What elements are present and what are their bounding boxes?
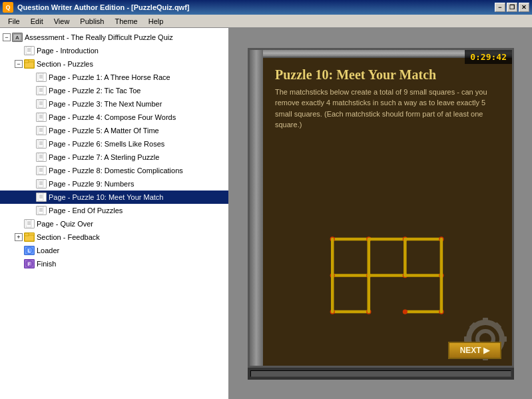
node-icon-page-p2 [36,86,47,95]
node-label-page-intro: Page - Introduction [37,47,99,55]
node-label-page-end: Page - End Of Puzzles [49,206,123,214]
node-icon-section-puzzles [24,59,35,69]
node-label-page-p3: Page - Puzzle 3: The Next Number [49,100,162,108]
svg-rect-57 [25,233,29,236]
node-label-finish: Finish [37,260,56,268]
close-button[interactable]: ✕ [519,3,529,12]
preview-panel: 0:29:42 Puzzle 10: Meet Your Match The m… [230,28,532,399]
node-label-loader: Loader [37,246,59,254]
menu-theme[interactable]: Theme [109,16,142,27]
scrollbar-track[interactable] [250,370,511,377]
node-icon-page-p1 [36,73,47,82]
svg-rect-24 [38,127,43,134]
svg-rect-32 [38,153,43,161]
title-text: Question Writer Author Edition - [Puzzle… [17,3,495,11]
expand-button-assessment[interactable]: − [3,33,11,41]
tree-node-page-end[interactable]: Page - End Of Puzzles [0,204,228,217]
node-icon-loader: L [24,246,35,255]
svg-rect-48 [38,206,43,214]
matchstick-diagram [250,219,512,326]
tree-node-loader[interactable]: LLoader [0,244,228,257]
svg-rect-7 [25,60,29,63]
svg-rect-20 [38,113,43,121]
svg-rect-91 [483,318,488,324]
node-icon-finish: F [24,259,35,268]
tree-node-page-p8[interactable]: Page - Puzzle 8: Domestic Complications [0,164,228,177]
minimize-button[interactable]: − [495,3,505,12]
node-label-page-p8: Page - Puzzle 8: Domestic Complications [49,167,183,175]
svg-rect-44 [38,193,43,200]
node-label-assessment: Assessment - The Really Difficult Puzzle… [25,33,173,41]
node-label-page-p9: Page - Puzzle 9: Numbers [49,180,134,188]
svg-point-80 [403,309,407,314]
tree-node-page-p10[interactable]: Page - Puzzle 10: Meet Your Match [0,191,228,204]
node-icon-page-end [36,206,47,215]
svg-rect-94 [500,336,507,342]
node-label-page-p10: Page - Puzzle 10: Meet Your Match [49,193,163,201]
menu-file[interactable]: File [3,16,25,27]
node-label-page-p5: Page - Puzzle 5: A Matter Of Time [49,127,159,135]
node-label-page-p4: Page - Puzzle 4: Compose Four Words [49,113,176,121]
node-icon-section-feedback [24,232,35,242]
node-icon-page-p10 [36,193,47,202]
main-area: −AAssessment - The Really Difficult Puzz… [0,28,532,399]
tree-node-page-p4[interactable]: Page - Puzzle 4: Compose Four Words [0,111,228,124]
preview-scrollbar [248,368,514,380]
svg-rect-8 [38,73,43,81]
next-button[interactable]: NEXT ▶ [448,342,501,359]
node-label-section-puzzles: Section - Puzzles [37,60,93,68]
menu-view[interactable]: View [49,16,75,27]
tree-node-page-p9[interactable]: Page - Puzzle 9: Numbers [0,177,228,191]
node-icon-page-intro [24,46,35,55]
tree-node-page-quiz-over[interactable]: Page - Quiz Over [0,217,228,230]
svg-rect-40 [38,180,43,187]
tree-node-page-p2[interactable]: Page - Puzzle 2: Tic Tac Toe [0,84,228,97]
menu-help[interactable]: Help [143,16,169,27]
tree-node-section-feedback[interactable]: +Section - Feedback [0,230,228,244]
node-icon-page-p9 [36,179,47,189]
window-controls: − ❐ ✕ [495,3,529,12]
svg-rect-16 [38,100,43,107]
timer-display: 0:29:42 [465,50,512,64]
tree-node-finish[interactable]: FFinish [0,257,228,270]
svg-text:L: L [28,248,31,253]
tree-node-page-p5[interactable]: Page - Puzzle 5: A Matter Of Time [0,124,228,137]
tree-node-section-puzzles[interactable]: −Section - Puzzles [0,57,228,71]
svg-rect-2 [26,47,31,54]
restore-button[interactable]: ❐ [507,3,517,12]
svg-rect-28 [38,140,43,147]
tree-panel: −AAssessment - The Really Difficult Puzz… [0,28,230,399]
node-icon-page-p3 [36,99,47,109]
node-icon-page-p6 [36,139,47,149]
expand-button-section-feedback[interactable]: + [15,233,23,241]
tree-node-page-p6[interactable]: Page - Puzzle 6: Smells Like Roses [0,137,228,151]
tree-node-assessment[interactable]: −AAssessment - The Really Difficult Puzz… [0,31,228,44]
node-label-page-quiz-over: Page - Quiz Over [37,220,93,228]
node-label-section-feedback: Section - Feedback [37,233,100,241]
node-icon-page-quiz-over [24,219,35,228]
tree-node-page-p3[interactable]: Page - Puzzle 3: The Next Number [0,97,228,111]
svg-rect-36 [38,167,43,174]
node-icon-page-p5 [36,126,47,135]
node-label-page-p7: Page - Puzzle 7: A Sterling Puzzle [49,153,159,161]
tree-node-page-intro[interactable]: Page - Introduction [0,44,228,57]
menu-edit[interactable]: Edit [25,16,49,27]
svg-text:F: F [28,262,31,266]
menu-publish[interactable]: Publish [75,16,109,27]
node-label-page-p6: Page - Puzzle 6: Smells Like Roses [49,140,164,148]
node-icon-page-p7 [36,153,47,162]
node-label-page-p2: Page - Puzzle 2: Tic Tac Toe [49,87,140,95]
titlebar: Q Question Writer Author Edition - [Puzz… [0,0,532,15]
node-icon-assessment: A [12,33,23,42]
puzzle-description: The matchsticks below create a total of … [264,87,512,131]
preview-content: 0:29:42 Puzzle 10: Meet Your Match The m… [248,48,514,368]
expand-button-section-puzzles[interactable]: − [15,60,23,68]
svg-rect-52 [26,220,31,227]
svg-rect-12 [38,87,43,94]
tree-node-page-p1[interactable]: Page - Puzzle 1: A Three Horse Race [0,71,228,84]
app-icon: Q [3,2,13,13]
svg-text:A: A [15,35,19,41]
menubar: File Edit View Publish Theme Help [0,15,532,28]
tree-node-page-p7[interactable]: Page - Puzzle 7: A Sterling Puzzle [0,151,228,164]
svg-rect-93 [464,336,471,342]
